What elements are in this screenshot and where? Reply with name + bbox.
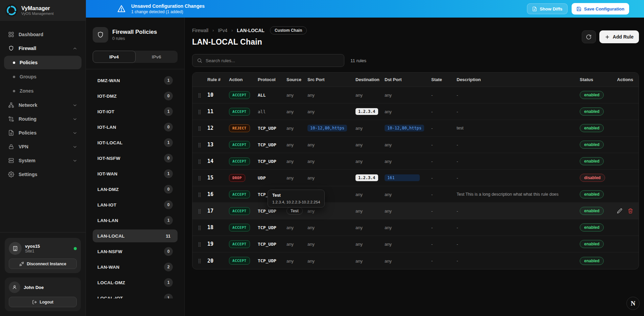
drag-handle-icon[interactable]: ⣿ — [198, 225, 207, 230]
drag-handle-icon[interactable]: ⣿ — [198, 159, 207, 164]
edit-rule-icon[interactable] — [617, 208, 622, 214]
chain-count-badge: 1 — [164, 169, 173, 178]
rule-row-10[interactable]: ⣿10ACCEPTALLanyanyanyany--enabled — [192, 87, 639, 103]
logout-button[interactable]: Logout — [9, 297, 77, 307]
status-badge[interactable]: enabled — [580, 124, 604, 132]
drag-handle-icon[interactable]: ⣿ — [198, 176, 207, 180]
building-icon — [9, 242, 22, 255]
dst-port-cell: any — [385, 224, 431, 230]
panel-title: Firewall Policies — [112, 29, 157, 35]
cell-value: any — [286, 126, 294, 131]
drag-handle-icon[interactable]: ⣿ — [198, 259, 207, 263]
action-badge: ACCEPT — [229, 157, 250, 165]
chevron-down-icon — [72, 117, 77, 122]
chain-item-local-iot[interactable]: LOCAL-IOT1 — [93, 292, 178, 298]
chain-item-local-dmz[interactable]: LOCAL-DMZ1 — [93, 276, 178, 289]
rule-row-17[interactable]: ⣿17ACCEPTTCP_UDPTestanyanyany--enabled — [192, 203, 639, 219]
refresh-button[interactable] — [582, 30, 596, 43]
action-badge: ACCEPT — [229, 240, 250, 248]
rule-row-20[interactable]: ⣿20ACCEPTTCP_UDPanyanyanyany--enabled — [192, 252, 639, 269]
action-badge: ACCEPT — [229, 141, 250, 149]
chain-item-dmz-wan[interactable]: DMZ-WAN1 — [93, 74, 178, 87]
status-badge[interactable]: disabled — [580, 174, 605, 182]
status-badge[interactable]: enabled — [580, 240, 604, 248]
status-badge[interactable]: enabled — [580, 223, 604, 232]
sidebar-item-policies[interactable]: Policies — [4, 126, 82, 140]
status-badge[interactable]: enabled — [580, 207, 604, 215]
state-value: - — [431, 142, 457, 147]
add-rule-button[interactable]: Add Rule — [599, 30, 639, 43]
breadcrumb-ipv4[interactable]: IPv4 — [218, 28, 227, 33]
status-badge[interactable]: enabled — [580, 141, 604, 149]
rule-row-16[interactable]: ⣿16ACCEPTTCP_UDPanyanyanyany-Test This i… — [192, 186, 639, 203]
rule-row-14[interactable]: ⣿14ACCEPTTCP_UDPanyanyanyany--enabled — [192, 153, 639, 170]
show-diffs-button[interactable]: Show Diffs — [527, 3, 568, 14]
column-header-rule: Rule # — [207, 77, 229, 82]
tab-ipv4[interactable]: IPv4 — [93, 51, 136, 63]
rule-row-18[interactable]: ⣿18ACCEPTTCP_UDPanyanyanyany--enabled — [192, 219, 639, 236]
destination-cell: any — [355, 191, 385, 197]
drag-handle-icon[interactable]: ⣿ — [198, 209, 207, 213]
drag-handle-icon[interactable]: ⣿ — [198, 110, 207, 114]
sidebar-item-groups[interactable]: Groups — [4, 70, 82, 83]
chevron-up-icon — [72, 46, 77, 51]
status-badge[interactable]: enabled — [580, 190, 604, 198]
chain-item-iot-local[interactable]: IOT-LOCAL1 — [93, 136, 178, 149]
sidebar-item-label: Dashboard — [19, 32, 43, 37]
rule-row-12[interactable]: ⣿12REJECTTCP_UDPany10-12,80,httpsany10-1… — [192, 120, 639, 137]
panel-subtitle: 0 rules — [112, 36, 157, 41]
drag-handle-icon[interactable]: ⣿ — [198, 242, 207, 246]
breadcrumb-firewall[interactable]: Firewall — [192, 28, 208, 33]
document-icon — [8, 130, 14, 136]
chain-item-lan-dmz[interactable]: LAN-DMZ0 — [93, 183, 178, 196]
drag-handle-icon[interactable]: ⣿ — [198, 126, 207, 130]
chain-item-iot-lan[interactable]: IOT-LAN0 — [93, 121, 178, 133]
save-configuration-button[interactable]: Save Configuration — [572, 3, 629, 15]
group-chip[interactable]: Test — [286, 207, 303, 215]
status-badge[interactable]: enabled — [580, 107, 604, 116]
disconnect-instance-button[interactable]: Disconnect Instance — [9, 259, 77, 269]
status-badge[interactable]: enabled — [580, 257, 604, 265]
sidebar-item-zones[interactable]: Zones — [4, 84, 82, 98]
sidebar-item-settings[interactable]: Settings — [4, 168, 82, 181]
drag-handle-icon[interactable]: ⣿ — [198, 192, 207, 197]
sidebar-item-dashboard[interactable]: Dashboard — [4, 28, 82, 41]
protocol-value: TCP_UDP — [258, 242, 286, 247]
nextjs-dev-badge[interactable]: N — [626, 297, 640, 310]
search-icon — [197, 58, 202, 63]
chain-item-iot-dmz[interactable]: IOT-DMZ0 — [93, 90, 178, 102]
sidebar-item-routing[interactable]: Routing — [4, 112, 82, 126]
chain-item-iot-iot[interactable]: IOT-IOT1 — [93, 105, 178, 118]
sidebar-item-label: System — [19, 158, 36, 163]
chain-count-badge: 1 — [164, 216, 173, 225]
tab-ipv6[interactable]: IPv6 — [136, 51, 178, 63]
column-header-dst: Destination — [355, 77, 385, 82]
rule-row-13[interactable]: ⣿13ACCEPTTCP_UDPanyanyanyany--enabled — [192, 137, 639, 153]
chain-item-iot-nsfw[interactable]: IOT-NSFW0 — [93, 152, 178, 165]
search-input[interactable] — [206, 58, 340, 63]
action-badge: REJECT — [229, 124, 250, 132]
sidebar-item-firewall[interactable]: Firewall — [4, 42, 82, 55]
sidebar-item-network[interactable]: Network — [4, 98, 82, 112]
drag-handle-icon[interactable]: ⣿ — [198, 93, 207, 97]
action-badge: ACCEPT — [229, 224, 250, 232]
chain-item-lan-lan[interactable]: LAN-LAN1 — [93, 214, 178, 227]
chain-item-iot-wan[interactable]: IOT-WAN1 — [93, 167, 178, 180]
status-badge[interactable]: enabled — [580, 157, 604, 165]
chevron-down-icon — [72, 144, 77, 149]
chain-item-lan-nsfw[interactable]: LAN-NSFW0 — [93, 245, 178, 258]
tooltip-title: Test — [272, 193, 320, 198]
delete-rule-icon[interactable] — [628, 208, 633, 214]
sidebar-item-vpn[interactable]: VPN — [4, 140, 82, 153]
rule-row-11[interactable]: ⣿11ACCEPTallanyany1.2.3.4any--enabled — [192, 103, 639, 120]
sidebar-item-system[interactable]: System — [4, 154, 82, 167]
chain-item-lan-local[interactable]: LAN-LOCAL11 — [93, 229, 178, 242]
status-badge[interactable]: enabled — [580, 91, 604, 99]
chain-count-badge: 2 — [164, 263, 173, 271]
chain-item-lan-iot[interactable]: LAN-IOT0 — [93, 198, 178, 211]
drag-handle-icon[interactable]: ⣿ — [198, 143, 207, 147]
chain-item-lan-wan[interactable]: LAN-WAN2 — [93, 261, 178, 273]
rule-row-15[interactable]: ⣿15DROPUDPanyany1.2.3.4161--disabled — [192, 170, 639, 186]
sidebar-item-policies[interactable]: Policies — [4, 56, 82, 69]
rule-row-19[interactable]: ⣿19ACCEPTTCP_UDPanyanyanyany--enabled — [192, 236, 639, 252]
